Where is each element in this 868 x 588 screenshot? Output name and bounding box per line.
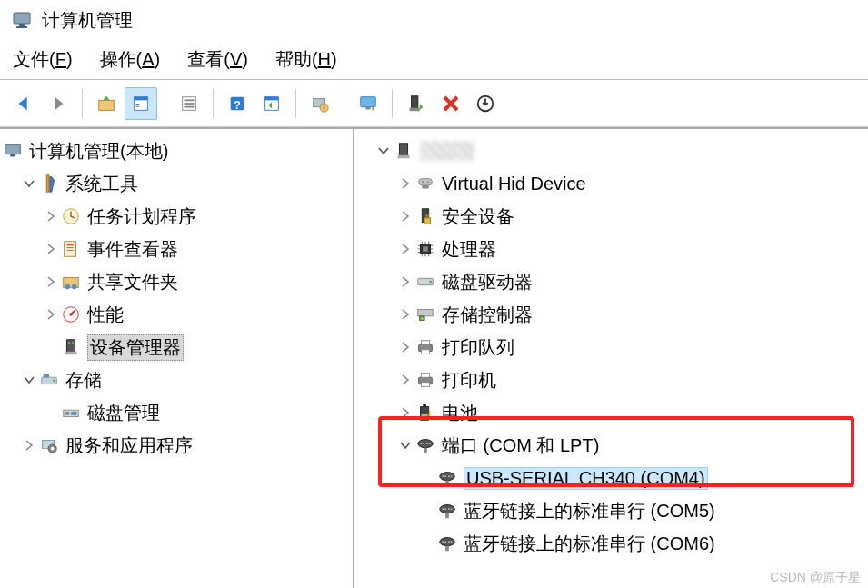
- svg-rect-46: [71, 412, 76, 415]
- port-icon: [414, 434, 436, 456]
- device-manager-icon: [60, 336, 82, 358]
- show-hidden-button[interactable]: [255, 87, 288, 120]
- svg-rect-2: [16, 26, 27, 28]
- tree-task-scheduler[interactable]: 任务计划程序: [2, 200, 351, 233]
- monitor-button[interactable]: [352, 87, 384, 120]
- separator: [344, 89, 344, 118]
- list-view-button[interactable]: [173, 87, 205, 120]
- svg-point-49: [51, 447, 55, 451]
- right-tree-pane[interactable]: Virtual Hid Device 安全设备 处理器 磁盘驱动器 存储控制器: [354, 129, 868, 588]
- svg-point-83: [444, 475, 446, 477]
- port-icon: [436, 467, 458, 489]
- battery-icon: [414, 402, 436, 424]
- left-tree-pane[interactable]: 计算机管理(本地) 系统工具 任务计划程序 事件查看器 共享文件夹: [0, 129, 354, 588]
- tree-performance[interactable]: 性能: [2, 298, 351, 331]
- expander-closed-icon[interactable]: [396, 338, 414, 356]
- expander-closed-icon[interactable]: [20, 436, 38, 454]
- printer-icon: [414, 336, 436, 358]
- up-folder-button[interactable]: [90, 87, 123, 120]
- hid-icon: [414, 173, 436, 194]
- expander-closed-icon[interactable]: [42, 240, 60, 258]
- svg-rect-25: [10, 154, 15, 157]
- expander-open-icon[interactable]: [20, 174, 38, 193]
- properties-button[interactable]: [125, 87, 157, 120]
- back-button[interactable]: [7, 87, 40, 120]
- tree-event-viewer[interactable]: 事件查看器: [2, 233, 351, 265]
- scan-hardware-button[interactable]: [304, 87, 336, 120]
- svg-rect-20: [365, 106, 371, 109]
- tree-root[interactable]: 计算机管理(本地): [2, 135, 351, 167]
- menu-view[interactable]: 查看(V): [187, 47, 248, 72]
- svg-point-54: [422, 181, 424, 183]
- svg-rect-15: [265, 96, 279, 100]
- node-label: 蓝牙链接上的标准串行 (COM6): [464, 532, 715, 556]
- tools-icon: [38, 173, 60, 194]
- clock-icon: [60, 205, 82, 227]
- expander-closed-icon[interactable]: [396, 273, 414, 291]
- expander-closed-icon[interactable]: [396, 371, 414, 389]
- svg-point-95: [444, 541, 446, 543]
- tree-disk-mgmt[interactable]: 磁盘管理: [2, 396, 351, 429]
- menu-action[interactable]: 操作(A): [100, 47, 161, 72]
- storage-icon: [38, 369, 60, 391]
- tree-computer-root[interactable]: [356, 135, 866, 167]
- forward-button[interactable]: [42, 87, 75, 120]
- svg-point-89: [444, 508, 446, 510]
- expander-closed-icon[interactable]: [396, 305, 414, 324]
- enable-device-button[interactable]: [400, 87, 433, 120]
- update-driver-button[interactable]: [469, 87, 502, 120]
- svg-point-77: [423, 443, 424, 444]
- expander-closed-icon[interactable]: [42, 207, 60, 225]
- expander-closed-icon[interactable]: [42, 305, 60, 324]
- services-icon: [38, 434, 60, 456]
- disable-device-button[interactable]: [434, 87, 467, 120]
- tree-shared-folders[interactable]: 共享文件夹: [2, 265, 351, 298]
- tree-storage[interactable]: 存储: [2, 364, 351, 396]
- svg-rect-37: [66, 340, 75, 352]
- expander-closed-icon[interactable]: [396, 404, 414, 422]
- tree-sys-tools[interactable]: 系统工具: [2, 167, 351, 200]
- tree-bt-serial-com6[interactable]: 蓝牙链接上的标准串行 (COM6): [356, 527, 866, 560]
- svg-point-33: [65, 284, 71, 290]
- expander-open-icon[interactable]: [374, 142, 393, 160]
- tree-usb-serial-ch340[interactable]: USB-SERIAL CH340 (COM4): [356, 462, 866, 494]
- expander-open-icon[interactable]: [396, 436, 414, 454]
- svg-rect-11: [185, 105, 195, 107]
- printer-icon: [414, 369, 436, 391]
- svg-rect-5: [135, 96, 148, 100]
- tree-services-apps[interactable]: 服务和应用程序: [2, 429, 351, 462]
- tree-security-devices[interactable]: 安全设备: [356, 200, 866, 233]
- expander-closed-icon[interactable]: [396, 240, 414, 258]
- svg-rect-18: [324, 105, 325, 109]
- tree-virtual-hid[interactable]: Virtual Hid Device: [356, 167, 866, 200]
- expander-closed-icon[interactable]: [42, 273, 60, 291]
- svg-rect-10: [185, 103, 195, 105]
- svg-rect-6: [136, 104, 140, 105]
- tree-device-manager[interactable]: 设备管理器: [2, 331, 351, 364]
- expander-closed-icon[interactable]: [396, 207, 414, 225]
- node-label: 电池: [442, 401, 478, 425]
- svg-point-88: [443, 508, 444, 510]
- node-label: 打印队列: [442, 335, 514, 360]
- help-button[interactable]: ?: [221, 87, 254, 120]
- tree-processors[interactable]: 处理器: [356, 233, 866, 265]
- menu-help[interactable]: 帮助(H): [275, 47, 337, 72]
- tree-printers[interactable]: 打印机: [356, 364, 866, 396]
- svg-rect-7: [136, 105, 140, 106]
- svg-rect-53: [422, 185, 428, 189]
- port-icon: [436, 500, 458, 522]
- expander-closed-icon[interactable]: [396, 174, 414, 193]
- svg-rect-40: [72, 343, 74, 344]
- tree-bt-serial-com5[interactable]: 蓝牙链接上的标准串行 (COM5): [356, 494, 866, 527]
- menu-file[interactable]: 文件(F): [13, 47, 73, 72]
- svg-point-76: [421, 443, 423, 444]
- node-label: 系统工具: [65, 172, 138, 196]
- tree-storage-controllers[interactable]: 存储控制器: [356, 298, 866, 331]
- tree-print-queues[interactable]: 打印队列: [356, 331, 866, 364]
- tree-disk-drives[interactable]: 磁盘驱动器: [356, 265, 866, 298]
- node-label: 计算机管理(本地): [29, 139, 168, 164]
- tree-batteries[interactable]: 电池: [356, 396, 866, 429]
- expander-open-icon[interactable]: [20, 371, 38, 389]
- tree-ports[interactable]: 端口 (COM 和 LPT): [356, 429, 866, 462]
- svg-rect-92: [445, 513, 449, 519]
